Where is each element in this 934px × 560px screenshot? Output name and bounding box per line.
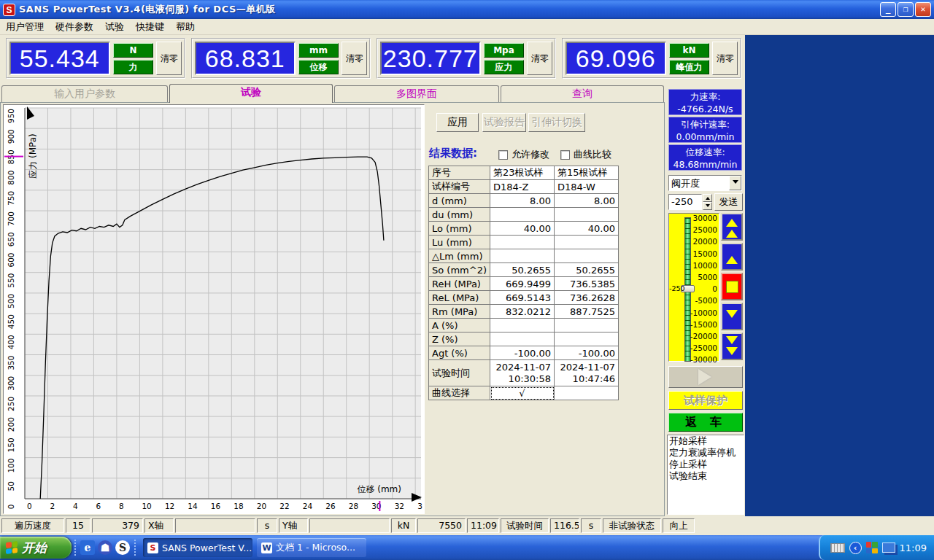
tab-multi-graph[interactable]: 多图界面 [334, 85, 499, 102]
task-button-sans-label: SANS PowerTest V... [162, 542, 252, 553]
svg-text:0: 0 [7, 505, 15, 510]
table-cell[interactable]: -100.00 [490, 346, 555, 360]
tab-test[interactable]: 试验 [169, 84, 333, 103]
taskbar-separator [74, 540, 76, 556]
table-cell[interactable] [555, 386, 619, 400]
table-row: So (mm^2)50.265550.2655 [429, 263, 619, 277]
title-bar: S SANS PowerTest V3.4(电液伺服) for DCS—单机版 … [0, 0, 934, 19]
valve-value-input[interactable]: -250 [668, 194, 702, 210]
valve-opening-dropdown[interactable]: 阀开度 [668, 175, 742, 191]
quick-launch-browser-icon[interactable]: e [80, 540, 95, 555]
start-label: 开始 [22, 540, 47, 556]
peak-force-label-button[interactable]: 峰值力 [669, 60, 710, 74]
quick-launch-app-icon[interactable]: S [115, 540, 130, 555]
table-cell[interactable]: 669.9499 [490, 277, 555, 291]
slider-scale-label: 10000 [693, 261, 717, 270]
quick-launch-desktop-icon[interactable]: ☗ [98, 540, 112, 555]
table-cell[interactable] [490, 236, 555, 249]
force-clear-button[interactable]: 清零 [156, 42, 182, 75]
menu-item-4[interactable]: 帮助 [170, 19, 201, 35]
task-button-sans[interactable]: S SANS PowerTest V... [143, 538, 252, 557]
table-cell[interactable]: 50.2655 [490, 263, 555, 277]
menu-item-0[interactable]: 用户管理 [0, 19, 50, 35]
send-button[interactable]: 发送 [714, 193, 743, 211]
table-row: ReH (MPa)669.9499736.5385 [429, 277, 619, 291]
tab-input-user-params[interactable]: 输入用户参数 [1, 85, 168, 102]
return-crosshead-button[interactable]: 返 车 [668, 413, 743, 432]
fast-up-button[interactable] [721, 213, 743, 241]
svg-text:200: 200 [7, 417, 15, 432]
curve-compare-checkbox[interactable] [560, 150, 570, 160]
log-item: 停止采样 [668, 459, 744, 470]
table-cell[interactable]: √ [490, 386, 555, 400]
language-bar-icon[interactable]: ‹ [849, 542, 862, 554]
table-cell[interactable]: 8.00 [490, 194, 555, 208]
stepper-down-icon[interactable] [703, 202, 712, 210]
table-cell[interactable]: 8.00 [555, 194, 619, 208]
task-button-word[interactable]: W 文档 1 - Microso... [257, 538, 366, 557]
run-button[interactable] [668, 366, 743, 388]
menu-item-3[interactable]: 快捷键 [130, 19, 170, 35]
stress-label-button[interactable]: 应力 [484, 60, 525, 74]
table-cell[interactable]: 50.2655 [555, 263, 619, 277]
slider-scale-label: -30000 [690, 355, 717, 364]
force-unit-button[interactable]: N [113, 43, 154, 58]
table-cell[interactable]: 2024-11-07 10:30:58 [490, 360, 555, 386]
stress-clear-button[interactable]: 清零 [527, 42, 552, 75]
table-cell[interactable]: 669.5143 [490, 291, 555, 305]
tab-query[interactable]: 查询 [501, 85, 664, 102]
svg-text:4: 4 [73, 502, 78, 510]
start-button[interactable]: 开始 [0, 537, 72, 559]
peak-force-unit-button[interactable]: kN [669, 43, 710, 58]
table-cell[interactable]: D184-Z [490, 180, 555, 194]
close-button[interactable]: ✕ [915, 2, 931, 17]
displacement-label-button[interactable]: 位移 [298, 60, 339, 74]
table-cell[interactable]: -100.00 [555, 346, 619, 360]
table-cell[interactable]: 40.00 [490, 222, 555, 236]
menu-item-2[interactable]: 试验 [99, 19, 130, 35]
system-tray: ‹ 11:09 [819, 535, 934, 560]
fast-down-button[interactable] [721, 332, 743, 360]
down-button[interactable] [721, 303, 743, 330]
displacement-unit-button[interactable]: mm [298, 43, 339, 58]
table-cell[interactable]: D184-W [555, 180, 619, 194]
stepper-up-icon[interactable] [703, 194, 712, 202]
table-cell[interactable] [555, 249, 619, 263]
force-label-button[interactable]: 力 [113, 60, 154, 74]
svg-text:350: 350 [7, 356, 15, 370]
restore-button[interactable]: ❐ [898, 2, 914, 17]
table-cell[interactable] [555, 319, 619, 332]
table-cell[interactable] [555, 236, 619, 249]
table-cell[interactable]: 2024-11-07 10:47:46 [555, 360, 619, 386]
stop-button[interactable] [721, 273, 743, 300]
chevron-down-icon[interactable] [729, 176, 741, 190]
table-cell[interactable]: 736.5385 [555, 277, 619, 291]
table-cell[interactable] [555, 208, 619, 222]
up-button[interactable] [721, 243, 743, 271]
table-cell[interactable] [490, 208, 555, 222]
table-cell[interactable] [490, 249, 555, 263]
table-cell[interactable]: 736.2628 [555, 291, 619, 305]
displacement-clear-button[interactable]: 清零 [341, 42, 367, 75]
slider-scale-label: 15000 [693, 249, 717, 258]
minimize-button[interactable]: _ [880, 2, 896, 17]
peak-force-clear-button[interactable]: 清零 [712, 42, 738, 75]
apply-button[interactable]: 应用 [436, 113, 479, 132]
table-cell[interactable]: 832.0212 [490, 305, 555, 319]
slider-scale-label: 0 [712, 284, 717, 293]
keyboard-icon[interactable] [830, 543, 845, 553]
office-tray-icon[interactable] [866, 542, 878, 553]
table-cell[interactable] [490, 319, 555, 332]
stress-unit-button[interactable]: Mpa [484, 43, 525, 58]
menu-item-1[interactable]: 硬件参数 [50, 19, 99, 35]
allow-edit-checkbox[interactable] [498, 150, 508, 160]
table-cell[interactable]: 40.00 [555, 222, 619, 236]
valve-opening-value: 阀开度 [669, 176, 729, 190]
table-cell[interactable] [555, 332, 619, 346]
table-header: 第23根试样 [490, 166, 555, 180]
table-cell[interactable] [490, 332, 555, 346]
table-cell[interactable]: 887.7525 [555, 305, 619, 319]
play-icon [698, 369, 719, 385]
network-icon[interactable] [882, 542, 895, 553]
table-header: 第15根试样 [555, 166, 619, 180]
